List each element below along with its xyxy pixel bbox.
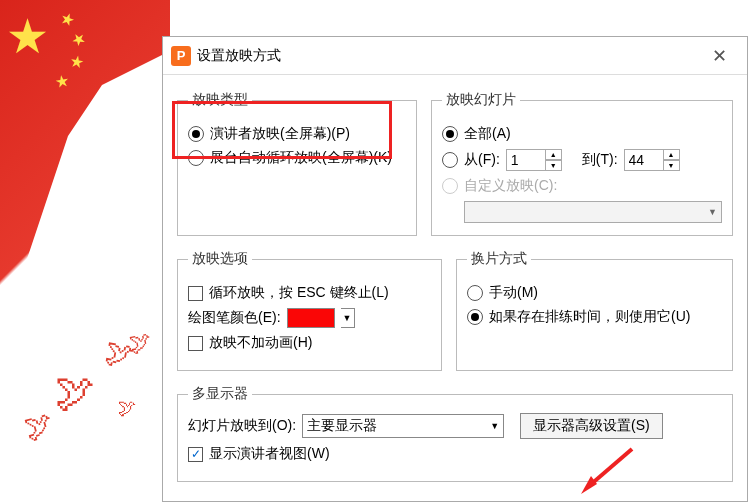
play-options-legend: 放映选项 bbox=[188, 250, 252, 268]
radio-icon bbox=[188, 126, 204, 142]
radio-use-timings[interactable]: 如果存在排练时间，则使用它(U) bbox=[467, 308, 722, 326]
advanced-monitor-settings-button[interactable]: 显示器高级设置(S) bbox=[520, 413, 663, 439]
radio-label: 手动(M) bbox=[489, 284, 538, 302]
radio-icon bbox=[442, 126, 458, 142]
app-icon: P bbox=[171, 46, 191, 66]
star-icon: ★ bbox=[6, 8, 49, 64]
bird-icon: 🕊 bbox=[21, 407, 57, 446]
checkbox-icon bbox=[188, 286, 203, 301]
pen-color-label: 绘图笔颜色(E): bbox=[188, 309, 281, 327]
dialog-title: 设置放映方式 bbox=[197, 47, 699, 65]
spin-down-icon[interactable]: ▼ bbox=[664, 160, 680, 171]
bird-icon: 🕊 bbox=[102, 336, 135, 373]
checkbox-label: 放映不加动画(H) bbox=[209, 334, 312, 352]
custom-show-dropdown: ▼ bbox=[464, 201, 722, 223]
radio-label: 如果存在排练时间，则使用它(U) bbox=[489, 308, 690, 326]
advance-legend: 换片方式 bbox=[467, 250, 531, 268]
to-spinner[interactable]: ▲▼ bbox=[624, 149, 680, 171]
chevron-down-icon: ▼ bbox=[341, 308, 355, 328]
checkbox-icon: ✓ bbox=[188, 447, 203, 462]
radio-all-slides[interactable]: 全部(A) bbox=[442, 125, 722, 143]
monitor-selected: 主要显示器 bbox=[307, 417, 377, 435]
radio-icon bbox=[467, 309, 483, 325]
radio-manual[interactable]: 手动(M) bbox=[467, 284, 722, 302]
from-spinner[interactable]: ▲▼ bbox=[506, 149, 562, 171]
checkbox-loop[interactable]: 循环放映，按 ESC 键终止(L) bbox=[188, 284, 431, 302]
radio-from-to[interactable]: 从(F): bbox=[442, 151, 500, 169]
chevron-down-icon: ▼ bbox=[490, 421, 499, 431]
checkbox-no-animation[interactable]: 放映不加动画(H) bbox=[188, 334, 431, 352]
pen-color-picker[interactable]: ▼ bbox=[287, 308, 355, 328]
bird-icon: 🕊 bbox=[55, 370, 95, 415]
advance-group: 换片方式 手动(M) 如果存在排练时间，则使用它(U) bbox=[456, 250, 733, 371]
from-label: 从(F): bbox=[464, 151, 500, 169]
radio-custom-show: 自定义放映(C): bbox=[442, 177, 722, 195]
radio-label: 自定义放映(C): bbox=[464, 177, 557, 195]
radio-icon bbox=[442, 152, 458, 168]
checkbox-presenter-view[interactable]: ✓ 显示演讲者视图(W) bbox=[188, 445, 722, 463]
play-type-legend: 放映类型 bbox=[188, 91, 252, 109]
from-input[interactable] bbox=[506, 149, 546, 171]
multi-monitor-legend: 多显示器 bbox=[188, 385, 252, 403]
play-options-group: 放映选项 循环放映，按 ESC 键终止(L) 绘图笔颜色(E): ▼ 放映不加动… bbox=[177, 250, 442, 371]
radio-label: 演讲者放映(全屏幕)(P) bbox=[210, 125, 350, 143]
checkbox-label: 循环放映，按 ESC 键终止(L) bbox=[209, 284, 389, 302]
play-slides-group: 放映幻灯片 全部(A) 从(F): ▲▼ 到(T): bbox=[431, 91, 733, 236]
radio-presenter[interactable]: 演讲者放映(全屏幕)(P) bbox=[188, 125, 406, 143]
spin-up-icon[interactable]: ▲ bbox=[546, 149, 562, 160]
radio-icon bbox=[188, 150, 204, 166]
star-icon: ★ bbox=[53, 71, 70, 92]
color-swatch bbox=[287, 308, 335, 328]
close-button[interactable]: ✕ bbox=[699, 41, 739, 71]
spin-up-icon[interactable]: ▲ bbox=[664, 149, 680, 160]
to-label: 到(T): bbox=[582, 151, 618, 169]
to-input[interactable] bbox=[624, 149, 664, 171]
radio-icon bbox=[442, 178, 458, 194]
play-type-group: 放映类型 演讲者放映(全屏幕)(P) 展台自动循环放映(全屏幕)(K) bbox=[177, 91, 417, 236]
radio-label: 展台自动循环放映(全屏幕)(K) bbox=[210, 149, 392, 167]
checkbox-icon bbox=[188, 336, 203, 351]
play-slides-legend: 放映幻灯片 bbox=[442, 91, 520, 109]
monitor-dropdown[interactable]: 主要显示器 ▼ bbox=[302, 414, 504, 438]
button-label: 显示器高级设置(S) bbox=[533, 417, 650, 435]
radio-kiosk[interactable]: 展台自动循环放映(全屏幕)(K) bbox=[188, 149, 406, 167]
bird-icon: 🕊 bbox=[118, 398, 136, 419]
spin-down-icon[interactable]: ▼ bbox=[546, 160, 562, 171]
slideshow-settings-dialog: P 设置放映方式 ✕ 放映类型 演讲者放映(全屏幕)(P) 展台自动循环放映(全… bbox=[162, 36, 748, 502]
checkbox-label: 显示演讲者视图(W) bbox=[209, 445, 330, 463]
multi-monitor-group: 多显示器 幻灯片放映到(O): 主要显示器 ▼ 显示器高级设置(S) ✓ 显示演… bbox=[177, 385, 733, 482]
titlebar: P 设置放映方式 ✕ bbox=[163, 37, 747, 75]
show-on-label: 幻灯片放映到(O): bbox=[188, 417, 296, 435]
radio-label: 全部(A) bbox=[464, 125, 511, 143]
radio-icon bbox=[467, 285, 483, 301]
